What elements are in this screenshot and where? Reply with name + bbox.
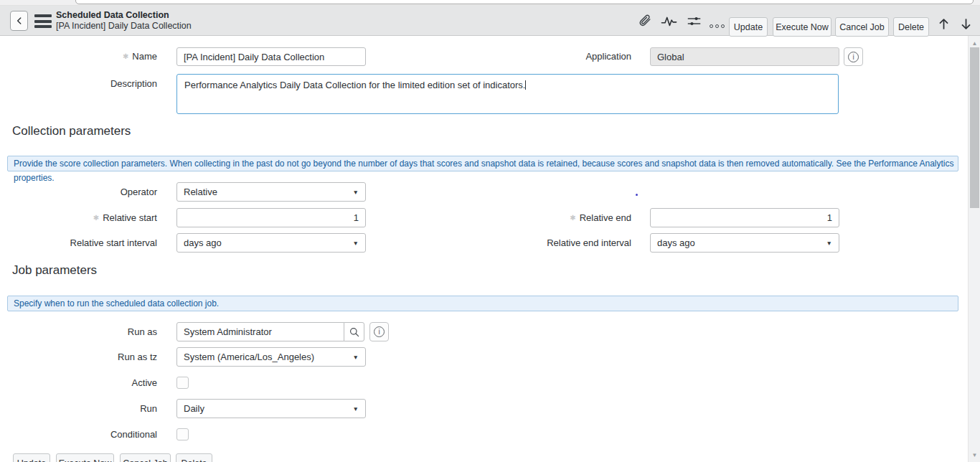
- chevron-down-icon: ▼: [353, 354, 359, 361]
- stray-dot: [636, 194, 638, 196]
- relative-end-interval-select[interactable]: days ago ▼: [650, 233, 839, 253]
- description-textarea[interactable]: Performance Analytics Daily Data Collect…: [176, 74, 839, 114]
- paperclip-icon: [637, 14, 652, 29]
- previous-record-button[interactable]: [936, 15, 951, 32]
- operator-label: Operator: [28, 182, 157, 202]
- relative-end-field[interactable]: 1: [650, 208, 839, 227]
- name-label: ✱Name: [28, 47, 157, 66]
- run-as-tz-label: Run as tz: [28, 347, 157, 367]
- operator-value: Relative: [184, 187, 217, 197]
- scroll-up-button[interactable]: ▲: [969, 40, 980, 47]
- chevron-down-icon: ▼: [353, 189, 359, 196]
- required-icon: ✱: [93, 214, 99, 222]
- info-circle-icon: i: [374, 326, 385, 337]
- footer-update-button[interactable]: Update: [13, 453, 50, 462]
- personalize-form-button[interactable]: [686, 13, 702, 29]
- run-as-lookup-button[interactable]: [344, 322, 364, 341]
- collection-info-message: Provide the score collection parameters.…: [7, 156, 958, 171]
- text-cursor: [525, 80, 526, 90]
- relative-start-interval-select[interactable]: days ago ▼: [176, 233, 366, 253]
- chevron-down-icon: ▼: [353, 405, 359, 412]
- run-as-field[interactable]: System Administrator: [176, 322, 344, 341]
- sliders-icon: [687, 14, 702, 29]
- job-info-message: Specify when to run the scheduled data c…: [7, 296, 958, 311]
- chevron-down-icon: ▼: [353, 240, 359, 247]
- execute-now-button[interactable]: Execute Now: [773, 17, 831, 37]
- attachment-button[interactable]: [636, 13, 653, 29]
- application-info-button[interactable]: i: [844, 47, 863, 66]
- more-options-icon: [710, 24, 713, 28]
- conditional-label: Conditional: [28, 428, 157, 440]
- run-label: Run: [28, 399, 157, 418]
- activity-stream-button[interactable]: [661, 13, 677, 29]
- application-label: Application: [502, 47, 631, 66]
- browser-omnibox-edge: [75, 0, 974, 4]
- arrow-up-icon: [937, 16, 951, 32]
- app-window: Scheduled Data Collection [PA Incident] …: [0, 0, 980, 462]
- relative-end-label: ✱Relative end: [502, 208, 631, 227]
- run-as-label: Run as: [28, 322, 157, 341]
- footer-cancel-job-button[interactable]: Cancel Job: [120, 453, 171, 462]
- record-subtitle: [PA Incident] Daily Data Collection: [56, 21, 343, 32]
- relative-start-field[interactable]: 1: [176, 208, 366, 227]
- next-record-button[interactable]: [958, 15, 974, 32]
- more-options-button[interactable]: [710, 24, 725, 29]
- description-text: Performance Analytics Daily Data Collect…: [184, 80, 525, 90]
- required-icon: ✱: [123, 52, 128, 60]
- pulse-icon: [661, 13, 677, 29]
- chevron-down-icon: ▼: [826, 240, 832, 247]
- update-button[interactable]: Update: [729, 17, 768, 37]
- name-field[interactable]: [PA Incident] Daily Data Collection: [176, 47, 366, 66]
- chevron-left-icon: [14, 16, 24, 26]
- header-titles: Scheduled Data Collection [PA Incident] …: [56, 10, 343, 32]
- arrow-down-icon: [959, 16, 973, 32]
- run-as-tz-select[interactable]: System (America/Los_Angeles) ▼: [176, 347, 366, 367]
- page-title: Scheduled Data Collection: [56, 10, 343, 21]
- delete-button[interactable]: Delete: [893, 17, 929, 37]
- back-button[interactable]: [10, 11, 28, 31]
- description-label: Description: [28, 78, 157, 89]
- required-icon: ✱: [570, 214, 575, 222]
- browser-chrome-sliver: [0, 0, 980, 6]
- run-as-info-button[interactable]: i: [369, 322, 389, 341]
- cancel-job-button[interactable]: Cancel Job: [835, 17, 889, 37]
- relative-end-interval-value: days ago: [657, 237, 695, 248]
- relative-start-interval-label: Relative start interval: [28, 233, 157, 253]
- run-value: Daily: [184, 403, 204, 414]
- run-select[interactable]: Daily ▼: [176, 399, 366, 418]
- conditional-checkbox[interactable]: [176, 428, 189, 440]
- form-header-bar: Scheduled Data Collection [PA Incident] …: [0, 6, 980, 36]
- scroll-down-button[interactable]: ▼: [969, 452, 980, 458]
- operator-select[interactable]: Relative ▼: [176, 182, 366, 202]
- run-as-tz-value: System (America/Los_Angeles): [184, 352, 314, 362]
- section-title-collection-parameters: Collection parameters: [12, 124, 131, 138]
- relative-start-interval-value: days ago: [184, 237, 222, 248]
- relative-start-label: ✱Relative start: [28, 208, 157, 227]
- footer-delete-button[interactable]: Delete: [176, 453, 212, 462]
- context-menu-button[interactable]: [34, 14, 52, 28]
- section-title-job-parameters: Job parameters: [12, 263, 97, 278]
- active-checkbox[interactable]: [176, 377, 189, 389]
- application-field[interactable]: Global: [650, 47, 839, 66]
- relative-end-interval-label: Relative end interval: [502, 233, 631, 253]
- vertical-scrollbar[interactable]: ▲ ▼: [968, 36, 980, 462]
- magnifier-icon: [349, 326, 360, 338]
- active-label: Active: [28, 377, 157, 389]
- scrollbar-thumb[interactable]: [970, 47, 979, 208]
- info-circle-icon: i: [848, 52, 859, 62]
- footer-execute-now-button[interactable]: Execute Now: [56, 453, 114, 462]
